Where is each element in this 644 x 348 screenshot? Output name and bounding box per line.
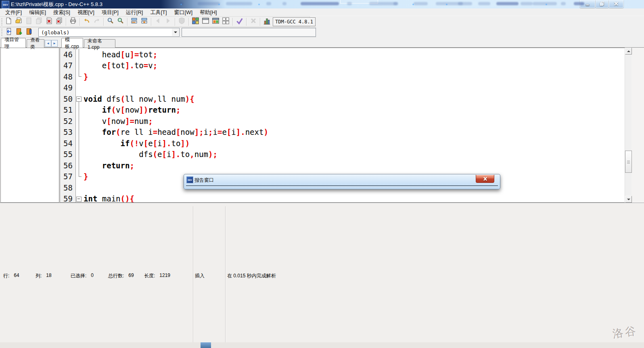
code-line[interactable]: 52 v[now]=num; <box>60 115 625 127</box>
compiler-select[interactable]: TDM-GCC 4.8.1 <box>273 17 316 26</box>
toolbar-button-close-file[interactable] <box>44 17 54 26</box>
toolbar-button-run[interactable] <box>201 17 211 26</box>
scrollbar-thumb[interactable] <box>625 151 632 173</box>
member-combobox[interactable] <box>182 28 316 37</box>
bottom-strip <box>0 342 644 348</box>
toolbar-button-close-all[interactable] <box>54 17 64 26</box>
window-titlebar[interactable]: DEV E:\hzl\Private\模板.cpp - Dev-C++ 5.8.… <box>0 0 644 8</box>
toolbar-separator <box>103 18 104 26</box>
code-line[interactable]: 56 return; <box>60 160 625 171</box>
toolbar-button-find-in-files[interactable] <box>115 17 125 26</box>
code-line[interactable]: 48} <box>60 71 625 82</box>
titlebar-ghost-dot <box>218 4 220 5</box>
tab-strip: 项目管理查看类 ◄ ► 模板.cpp未命名1.cpp <box>0 38 644 48</box>
titlebar-ghost-dot <box>446 4 447 5</box>
menu-item-H[interactable]: 帮助[H] <box>196 8 221 16</box>
toolbar-button-abort <box>248 17 258 26</box>
tab-scroll-right-button[interactable]: ► <box>51 40 58 47</box>
watermark-logo: 洛谷 <box>612 323 638 341</box>
report-window-close-button[interactable] <box>476 175 494 183</box>
code-line[interactable]: 46 head[u]=tot; <box>60 49 625 60</box>
scroll-up-button[interactable] <box>625 48 632 55</box>
print-icon <box>69 17 77 26</box>
toolbar-button-compile-run[interactable] <box>211 17 221 26</box>
back-icon <box>155 17 161 26</box>
toolbar-group <box>176 17 187 26</box>
line-number: 49 <box>60 83 76 92</box>
code-line[interactable]: 50void dfs(ll now,ll num){ <box>60 93 625 105</box>
line-number: 54 <box>60 139 76 148</box>
code-line[interactable]: 49 <box>60 82 625 94</box>
titlebar-ghost <box>414 2 428 5</box>
toolbar-grip[interactable] <box>1 18 2 25</box>
toolbar-separator <box>232 18 233 26</box>
toolbar-button-undo[interactable] <box>82 17 92 26</box>
toolbar-button-open-file[interactable] <box>14 17 24 26</box>
menu-item-P[interactable]: 项目[P] <box>98 8 122 16</box>
menu-item-F[interactable]: 文件[F] <box>2 8 25 16</box>
fold-margin <box>76 160 82 171</box>
scope-combobox[interactable]: (globals) <box>38 28 180 37</box>
toolbar-button-replace[interactable] <box>129 17 139 26</box>
fold-margin <box>76 115 82 127</box>
code-line[interactable]: 51 if(v[now])return; <box>60 105 625 116</box>
line-number: 46 <box>60 50 76 59</box>
editor-tab-1[interactable]: 未命名1.cpp <box>84 39 115 48</box>
menu-item-S[interactable]: 搜索[S] <box>50 8 74 16</box>
toolbar-button-syntax-check[interactable] <box>234 17 245 26</box>
fold-margin <box>76 71 82 82</box>
editor-tab-0[interactable]: 模板.cpp <box>61 38 83 48</box>
code-line[interactable]: 59int main(){ <box>60 193 625 203</box>
toolbar-button-new-class[interactable] <box>14 28 24 37</box>
restore-button[interactable] <box>596 0 608 8</box>
toolbar-button-new-file[interactable] <box>4 17 14 26</box>
toolbar-separator <box>66 18 66 26</box>
restore-icon <box>600 0 604 8</box>
code-line[interactable]: 54 if(!v[e[i].to]) <box>60 138 625 149</box>
titlebar-ghost <box>347 2 352 5</box>
chevron-down-icon[interactable] <box>172 29 179 36</box>
status-field-4: 长度:1219 <box>144 273 170 279</box>
menu-item-T[interactable]: 工具[T] <box>146 8 170 16</box>
save-icon <box>25 17 32 26</box>
toolbar-button-goto-function[interactable] <box>4 28 14 37</box>
menu-item-V[interactable]: 视图[V] <box>74 8 98 16</box>
toolbar-button-print[interactable] <box>68 17 78 26</box>
close-button[interactable] <box>609 0 623 8</box>
toolbar-button-goto-line[interactable] <box>139 17 149 26</box>
fold-minus-icon <box>76 197 82 202</box>
toolbar-button-insert-member[interactable] <box>24 28 34 37</box>
toolbar-button-rebuild[interactable] <box>221 17 231 26</box>
sidebar-tab-project[interactable]: 项目管理 <box>1 38 26 48</box>
toolbar-group <box>248 17 259 26</box>
editor-vertical-scrollbar[interactable] <box>625 48 631 203</box>
toolbar-separator <box>151 18 151 26</box>
toolbar-button-profile[interactable] <box>262 17 272 26</box>
toolbar-button-find[interactable] <box>105 17 115 26</box>
scroll-down-button[interactable] <box>625 196 632 203</box>
menu-item-W[interactable]: 窗口[W] <box>171 8 197 16</box>
sidebar-tab-classes[interactable]: 查看类 <box>27 39 44 48</box>
titlebar-ghost-dot <box>180 4 182 5</box>
code-line[interactable]: 55 dfs(e[i].to,num); <box>60 149 625 160</box>
code-text: int main(){ <box>82 194 134 203</box>
menu-item-E[interactable]: 编辑[E] <box>25 8 50 16</box>
code-line[interactable]: 47 e[tot].to=v; <box>60 60 625 71</box>
menu-item-R[interactable]: 运行[R] <box>122 8 147 16</box>
code-line[interactable]: 53 for(re ll i=head[now];i;i=e[i].next) <box>60 127 625 138</box>
syntax-check-icon <box>236 17 243 26</box>
fold-collapse-button[interactable] <box>76 93 82 105</box>
status-field-0: 行:64 <box>3 273 19 279</box>
main-toolbar: TDM-GCC 4.8.1 <box>0 16 644 27</box>
arrow-left-icon: ◄ <box>46 42 50 45</box>
fold-collapse-button[interactable] <box>76 193 82 203</box>
toolbar-grip-2[interactable] <box>1 29 2 36</box>
code-text: } <box>82 72 88 81</box>
project-manager-panel[interactable] <box>0 48 59 203</box>
toolbar-button-compile[interactable] <box>190 17 201 26</box>
tab-scroll-left-button[interactable]: ◄ <box>45 40 51 47</box>
editor-right-margin <box>631 48 644 203</box>
close-file-icon <box>46 17 52 26</box>
status-parse-message: 在 0.015 秒内完成解析 <box>227 273 276 279</box>
report-window[interactable]: DEV 报告窗口 <box>184 174 500 189</box>
